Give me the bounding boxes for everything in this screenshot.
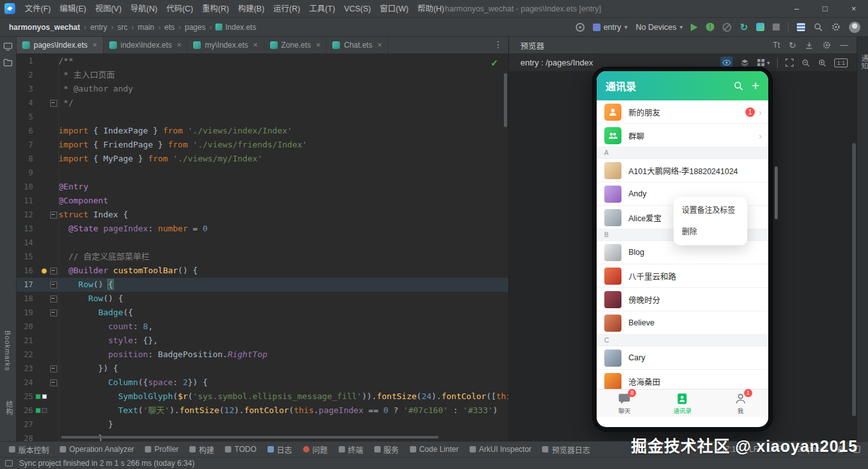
menu-item[interactable]: VCS(S) bbox=[339, 0, 375, 18]
code-line[interactable]: 6import { IndexPage } from './views/inde… bbox=[17, 124, 508, 138]
zoom-out-icon[interactable] bbox=[801, 58, 810, 67]
context-menu-item[interactable]: 删除 bbox=[674, 221, 747, 243]
phone-tab-item[interactable]: 8聊天 bbox=[618, 392, 631, 415]
frame-select-icon[interactable] bbox=[785, 58, 794, 67]
close-icon[interactable]: × bbox=[254, 41, 258, 50]
color-swatch[interactable] bbox=[42, 394, 47, 399]
attach-device-icon[interactable] bbox=[576, 23, 585, 32]
search-icon[interactable] bbox=[733, 81, 743, 91]
device-select[interactable]: No Devices ▾ bbox=[635, 23, 682, 32]
project-structure-icon[interactable] bbox=[797, 23, 805, 31]
toolwindow-button[interactable]: 服务 bbox=[374, 444, 399, 455]
menu-item[interactable]: 代码(C) bbox=[162, 0, 198, 18]
breadcrumb-item[interactable]: pages bbox=[184, 23, 207, 32]
editor-tab[interactable]: Chat.ets× bbox=[327, 37, 388, 53]
toolwindow-button[interactable]: TODO bbox=[225, 445, 256, 454]
color-swatch[interactable] bbox=[42, 408, 47, 413]
intention-bulb-icon[interactable] bbox=[41, 268, 47, 274]
debug-button[interactable] bbox=[706, 23, 714, 31]
code-line[interactable]: 15 // 自定义底部菜单栏 bbox=[17, 250, 508, 264]
project-toolwindow-icon[interactable] bbox=[3, 42, 13, 51]
toolwindow-button[interactable]: Profiler bbox=[145, 445, 179, 454]
dock-panel-icon[interactable] bbox=[805, 41, 813, 50]
fold-marker[interactable] bbox=[48, 292, 58, 306]
list-item[interactable]: 新的朋友1› bbox=[597, 100, 768, 124]
fold-marker[interactable] bbox=[48, 278, 58, 292]
font-scale-icon[interactable]: Tt bbox=[773, 41, 780, 50]
breadcrumb-item[interactable]: main bbox=[137, 23, 156, 32]
code-line[interactable]: 19 Badge({ bbox=[17, 306, 508, 320]
editor-tab[interactable]: Zone.ets× bbox=[264, 37, 327, 53]
code-line[interactable]: 18 Row() { bbox=[17, 292, 508, 306]
color-swatch[interactable] bbox=[36, 394, 41, 399]
stop-button[interactable] bbox=[773, 24, 780, 31]
fold-marker[interactable] bbox=[48, 208, 58, 222]
code-editor[interactable]: 1/**2 * 主入口页面3 * @author andy4 */56impor… bbox=[17, 54, 508, 441]
profiler-icon[interactable] bbox=[756, 23, 764, 31]
code-line[interactable]: 24 Column({space: 2}) { bbox=[17, 376, 508, 390]
code-line[interactable]: 3 * @author andy bbox=[17, 82, 508, 96]
toolwindow-toggle-icon[interactable] bbox=[5, 460, 13, 466]
search-everywhere-icon[interactable] bbox=[813, 22, 823, 32]
fold-marker[interactable] bbox=[48, 362, 58, 376]
inspection-ok-icon[interactable]: ✓ bbox=[491, 58, 498, 68]
close-icon[interactable]: × bbox=[93, 41, 97, 50]
code-line[interactable]: 14 bbox=[17, 236, 508, 250]
menu-item[interactable]: 编辑(E) bbox=[55, 0, 91, 18]
toolwindow-button[interactable]: Operation Analyzer bbox=[60, 445, 134, 454]
code-line[interactable]: 9 bbox=[17, 166, 508, 180]
code-line[interactable]: 7import { FriendPage } from './views/fri… bbox=[17, 138, 508, 152]
code-line[interactable]: 25 SymbolGlyph($r('sys.symbol.ellipsis_m… bbox=[17, 390, 508, 404]
close-icon[interactable]: × bbox=[377, 41, 382, 50]
phone-tab-item[interactable]: 通讯录 bbox=[674, 392, 692, 415]
preview-panel-scrollbar[interactable] bbox=[852, 143, 856, 416]
toolwindow-button[interactable]: 构建 bbox=[189, 444, 214, 455]
editor-tab[interactable]: my\Index.ets× bbox=[187, 37, 264, 53]
code-line[interactable]: 1/** bbox=[17, 54, 508, 68]
code-line[interactable]: 23 }) { bbox=[17, 362, 508, 376]
phone-screen[interactable]: 通讯录 + 新的朋友1›群聊›AA101大鹏网络-李18820241024And… bbox=[597, 71, 768, 427]
contact-row[interactable]: A101大鹏网络-李18820241024 bbox=[597, 159, 768, 182]
list-item[interactable]: 群聊› bbox=[597, 124, 768, 147]
breadcrumb-item[interactable]: entry bbox=[89, 23, 109, 32]
code-line[interactable]: 12struct Index { bbox=[17, 208, 508, 222]
code-line[interactable]: 27 } bbox=[17, 418, 508, 432]
code-line[interactable]: 13 @State pageIndex: number = 0 bbox=[17, 222, 508, 236]
folder-icon[interactable] bbox=[3, 58, 13, 67]
menu-item[interactable]: 重构(R) bbox=[198, 0, 233, 18]
code-line[interactable]: 20 count: 8, bbox=[17, 320, 508, 334]
code-line[interactable]: 11@Component bbox=[17, 194, 508, 208]
hide-panel-icon[interactable]: — bbox=[840, 41, 848, 50]
add-icon[interactable]: + bbox=[752, 79, 759, 92]
tab-options-icon[interactable]: ⋮ bbox=[494, 39, 503, 50]
editor-tab[interactable]: pages\Index.ets× bbox=[17, 37, 104, 53]
code-line[interactable]: 17 Row() { bbox=[17, 278, 508, 292]
fold-marker[interactable] bbox=[48, 264, 58, 278]
breadcrumb-item[interactable]: Index.ets bbox=[214, 23, 257, 32]
editor-vertical-scrollbar[interactable] bbox=[504, 73, 507, 127]
sync-project-icon[interactable]: ↻ bbox=[740, 23, 748, 32]
preview-content-scrollbar[interactable] bbox=[775, 167, 778, 219]
code-line[interactable]: 26 Text('聊天').fontSize(12).fontColor(thi… bbox=[17, 404, 508, 418]
fold-marker[interactable] bbox=[48, 376, 58, 390]
menu-item[interactable]: 窗口(W) bbox=[376, 0, 413, 18]
editor-tab[interactable]: index\Index.ets× bbox=[104, 37, 188, 53]
layers-icon[interactable] bbox=[740, 58, 749, 67]
menu-item[interactable]: 视图(V) bbox=[91, 0, 126, 18]
account-avatar[interactable] bbox=[849, 22, 860, 33]
close-icon[interactable]: × bbox=[316, 41, 320, 50]
menu-item[interactable]: 运行(R) bbox=[269, 0, 304, 18]
bookmarks-toolwindow-button[interactable]: Bookmarks bbox=[4, 330, 11, 371]
contact-row[interactable]: 八千里云和路 bbox=[597, 264, 768, 288]
maximize-button[interactable]: □ bbox=[811, 0, 839, 18]
grid-view-icon[interactable]: ▾ bbox=[757, 58, 770, 67]
toolwindow-button[interactable]: ArkUI Inspector bbox=[470, 445, 532, 454]
editor-horizontal-scrollbar[interactable] bbox=[61, 436, 438, 438]
menu-item[interactable]: 构建(B) bbox=[233, 0, 269, 18]
breadcrumb-item[interactable]: src bbox=[116, 23, 129, 32]
settings-gear-icon[interactable] bbox=[822, 41, 831, 50]
code-line[interactable]: 8import { MyPage } from './views/my/Inde… bbox=[17, 152, 508, 166]
color-swatch[interactable] bbox=[36, 408, 41, 413]
refresh-icon[interactable]: ↻ bbox=[789, 40, 796, 50]
context-menu-item[interactable]: 设置备注及标签 bbox=[674, 200, 747, 221]
